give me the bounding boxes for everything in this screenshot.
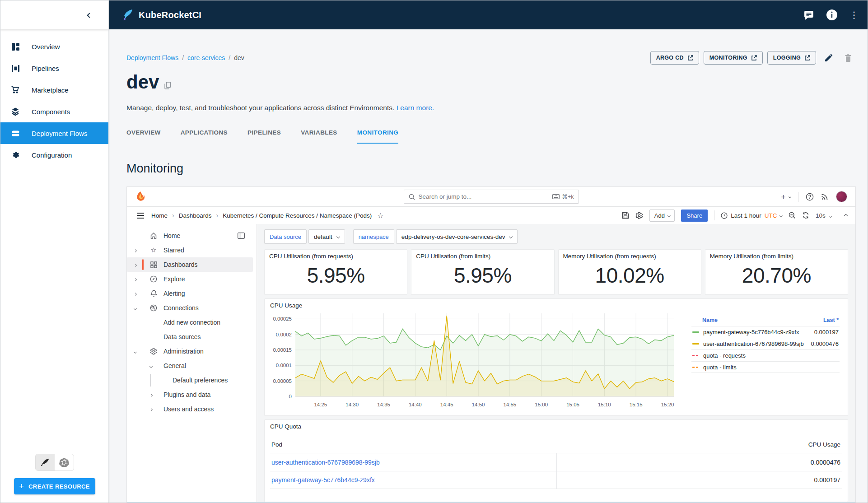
hamburger-menu-icon[interactable] (135, 211, 146, 220)
series-name[interactable]: quota - limits (703, 364, 737, 371)
chevron-down-icon[interactable] (150, 362, 152, 369)
grafana-nav-add-new-connection[interactable]: Add new connection (127, 315, 257, 330)
cpu-usage-title: CPU Usage (270, 302, 842, 309)
breadcrumb-deployment-flows[interactable]: Deployment Flows (126, 54, 178, 61)
app-logo[interactable]: KubeRocketCI (121, 8, 201, 22)
collapse-toolbar-icon[interactable] (845, 211, 847, 219)
grafana-nav-default-preferences[interactable]: Default preferences (127, 373, 257, 387)
logging-button[interactable]: LOGGING (767, 51, 816, 65)
tab-applications[interactable]: APPLICATIONS (181, 129, 228, 144)
save-dashboard-icon[interactable] (622, 212, 629, 219)
breadcrumb-separator: › (216, 212, 218, 219)
grafana-nav-home[interactable]: Home (127, 228, 257, 243)
dashboard-variables: Data source default namespace edp-delive… (264, 229, 848, 244)
grafana-embed: ⌘+k ＋ Home › Dashboards › (126, 186, 856, 503)
dock-sidebar-icon[interactable] (238, 233, 245, 239)
data-source-select[interactable]: default (308, 229, 345, 244)
grafana-nav-data-sources[interactable]: Data sources (127, 330, 257, 344)
grafana-nav-connections[interactable]: Connections (127, 301, 257, 315)
dashboard-settings-gear-icon[interactable] (635, 212, 643, 219)
grafana-nav-administration[interactable]: Administration (127, 344, 257, 359)
grafana-nav-dashboards[interactable]: Dashboards (127, 257, 253, 272)
pod-link[interactable]: payment-gateway-5c776b44c9-z9xfx (271, 476, 375, 484)
add-panel-button[interactable]: Add (649, 210, 675, 222)
series-name[interactable]: payment-gateway-5c776b44c9-z9xfx (703, 329, 799, 335)
layers-icon (10, 106, 21, 117)
cpu-quota-panel[interactable]: CPU Quota Pod CPU Usage user-authenticat… (264, 419, 848, 502)
favorite-star-icon[interactable]: ☆ (377, 211, 383, 220)
grafana-breadcrumb-dashboard-title[interactable]: Kubernetes / Compute Resources / Namespa… (223, 212, 372, 219)
grafana-breadcrumb-home[interactable]: Home (151, 212, 168, 219)
series-name[interactable]: user-authentication-6767989698-99sjb (703, 340, 804, 347)
sidebar-item-marketplace[interactable]: Marketplace (0, 79, 108, 101)
stat-panel-memory-requests[interactable]: Memory Utilisation (from requests) 10.02… (558, 249, 701, 295)
search-input[interactable] (419, 193, 549, 200)
svg-text:15:15: 15:15 (630, 402, 643, 407)
chevron-right-icon[interactable] (134, 275, 136, 283)
sidebar-collapse-button[interactable] (85, 8, 94, 22)
info-icon[interactable] (826, 9, 838, 21)
news-rss-icon[interactable] (821, 193, 829, 200)
zoom-out-icon[interactable] (789, 212, 796, 219)
delete-trash-icon[interactable] (840, 50, 856, 65)
legend-col-name[interactable]: Name (702, 317, 718, 323)
stat-panel-memory-limits[interactable]: Memory Utilisation (from limits) 20.70% (705, 249, 848, 295)
sidebar-header (0, 0, 108, 29)
grafana-nav-alerting[interactable]: Alerting (127, 286, 257, 301)
refresh-icon[interactable] (802, 212, 809, 219)
grafana-breadcrumb-dashboards[interactable]: Dashboards (179, 212, 212, 219)
feedback-chat-icon[interactable] (803, 9, 814, 20)
series-name[interactable]: quota - requests (703, 352, 746, 359)
tab-monitoring[interactable]: MONITORING (357, 129, 399, 144)
argocd-button[interactable]: ARGO CD (650, 51, 699, 65)
grafana-nav-explore[interactable]: Explore (127, 272, 257, 286)
monitoring-button[interactable]: MONITORING (704, 51, 763, 65)
cpu-usage-panel[interactable]: CPU Usage 14:2514:3014:3514:4014:4514:50… (264, 298, 848, 416)
breadcrumb-core-services[interactable]: core-services (187, 54, 225, 61)
chevron-right-icon[interactable] (134, 290, 136, 297)
grafana-nav-general[interactable]: General (127, 359, 257, 373)
cpu-usage-chart[interactable]: 14:2514:3014:3514:4014:4514:5014:5515:00… (270, 310, 685, 412)
kubernetes-mode-button[interactable] (55, 454, 74, 470)
tab-overview[interactable]: OVERVIEW (126, 129, 161, 144)
tab-pipelines[interactable]: PIPELINES (247, 129, 281, 144)
sidebar-item-configuration[interactable]: Configuration (0, 144, 108, 166)
stat-panel-cpu-limits[interactable]: CPU Utilisation (from limits) 5.95% (411, 249, 554, 295)
chevron-right-icon[interactable] (134, 261, 136, 268)
sidebar-item-pipelines[interactable]: Pipelines (0, 57, 108, 79)
pod-link[interactable]: user-authentication-6767989698-99sjb (271, 459, 380, 466)
column-header-cpu-usage[interactable]: CPU Usage (556, 441, 843, 448)
copy-icon[interactable] (164, 82, 171, 92)
edit-pencil-icon[interactable] (821, 50, 836, 65)
feather-mode-button[interactable] (36, 454, 55, 470)
stat-panel-cpu-requests[interactable]: CPU Utilisation (from requests) 5.95% (264, 249, 407, 295)
refresh-interval-select[interactable]: 10s (816, 212, 831, 219)
chevron-down-icon[interactable] (134, 304, 136, 312)
sidebar-item-deployment-flows[interactable]: Deployment Flows (0, 122, 108, 144)
chevron-right-icon[interactable] (150, 405, 152, 413)
star-icon: ☆ (149, 246, 158, 254)
time-range-picker[interactable]: Last 1 hour UTC (721, 212, 782, 219)
chevron-right-icon[interactable] (134, 247, 136, 254)
share-button[interactable]: Share (681, 210, 708, 222)
kebab-menu-icon[interactable]: ⋮ (849, 10, 859, 19)
column-header-pod[interactable]: Pod (270, 441, 556, 448)
namespace-select[interactable]: edp-delivery-os-dev-core-services-dev (396, 229, 518, 244)
create-resource-button[interactable]: + CREATE RESOURCE (14, 478, 95, 494)
chevron-right-icon[interactable] (150, 391, 152, 398)
user-avatar[interactable] (836, 191, 847, 202)
grafana-nav-users-and-access[interactable]: Users and access (127, 402, 257, 416)
tab-variables[interactable]: VARIABLES (301, 129, 337, 144)
help-icon[interactable] (806, 193, 814, 201)
sidebar-item-overview[interactable]: Overview (0, 36, 108, 57)
new-item-button[interactable]: ＋ (779, 191, 791, 202)
learn-more-link[interactable]: Learn more. (397, 104, 434, 112)
legend-col-last[interactable]: Last * (823, 317, 839, 323)
data-source-label[interactable]: Data source (264, 229, 307, 244)
chevron-down-icon[interactable] (134, 348, 136, 355)
namespace-label[interactable]: namespace (353, 229, 394, 244)
sidebar-item-components[interactable]: Components (0, 101, 108, 122)
grafana-nav-plugins-and-data[interactable]: Plugins and data (127, 387, 257, 402)
grafana-logo-icon[interactable] (135, 191, 146, 203)
grafana-nav-starred[interactable]: ☆ Starred (127, 243, 257, 257)
